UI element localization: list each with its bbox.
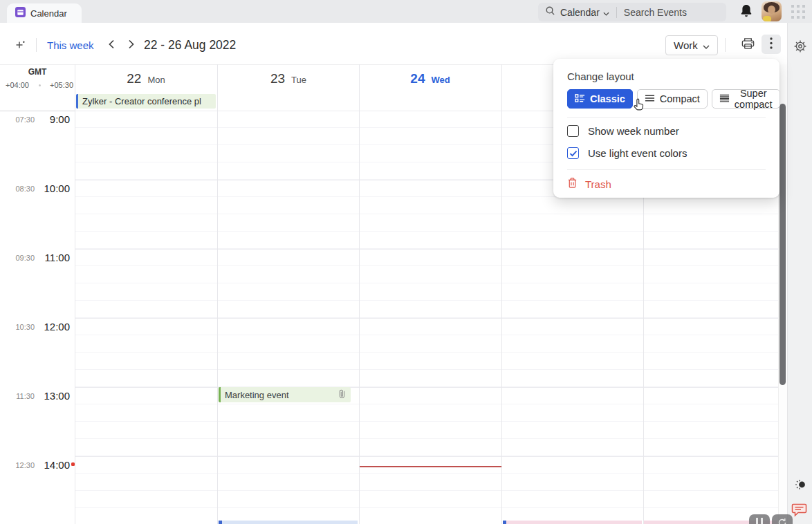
- grid-column-line: [501, 64, 502, 524]
- menu-divider: [567, 169, 766, 170]
- this-week-button[interactable]: This week: [47, 39, 94, 51]
- chevron-down-icon: [603, 6, 609, 19]
- search-icon: [545, 6, 555, 19]
- toolbar-divider: [36, 38, 37, 52]
- gmt-label: GMT: [0, 67, 75, 77]
- mouse-cursor-icon: [631, 97, 646, 115]
- checkbox-unchecked[interactable]: [567, 125, 579, 137]
- current-time-line: [360, 466, 501, 467]
- day-number: 22: [127, 71, 141, 86]
- browser-tab[interactable]: Calendar: [7, 3, 82, 23]
- day-name: Tue: [291, 75, 306, 85]
- replay-overlay-button[interactable]: [772, 514, 793, 524]
- paperclip-icon: [338, 389, 346, 401]
- option-label: Super compact: [735, 88, 773, 110]
- quick-add-icon[interactable]: [14, 39, 26, 55]
- day-name: Wed: [431, 75, 450, 85]
- day-header-wed-today[interactable]: 24 Wed: [359, 71, 501, 86]
- gear-icon: [793, 44, 807, 55]
- event-title: Marketing event: [225, 390, 289, 400]
- time-label-primary: 11:00: [0, 252, 70, 263]
- layout-options: Classic Compact Super compact: [567, 89, 780, 109]
- checkbox-label: Use light event colors: [588, 147, 687, 159]
- calendar-app-icon: [15, 7, 26, 20]
- trash-label: Trash: [585, 178, 611, 190]
- notifications-button[interactable]: [739, 3, 755, 20]
- time-label-primary: 14:00: [0, 459, 70, 471]
- time-label-primary: 12:00: [0, 321, 70, 333]
- time-label-primary: 9:00: [0, 113, 70, 125]
- layout-option-classic[interactable]: Classic: [567, 89, 633, 109]
- timezone-primary: +05:30: [50, 81, 73, 89]
- grid-column-line: [217, 64, 218, 524]
- chevron-down-icon: [703, 39, 710, 51]
- compact-layout-icon: [645, 93, 655, 104]
- checkbox-label: Show week number: [588, 125, 679, 137]
- more-options-button[interactable]: [762, 35, 781, 54]
- trash-icon: [567, 177, 578, 191]
- grid-column-line: [75, 64, 75, 524]
- menu-divider: [567, 117, 766, 118]
- search-divider: [616, 7, 617, 18]
- tab-title: Calendar: [30, 8, 67, 19]
- option-label: Classic: [590, 93, 625, 104]
- printer-icon: [741, 37, 755, 53]
- current-time-dot: [71, 462, 75, 466]
- super-compact-layout-icon: [719, 93, 730, 104]
- change-layout-menu: Change layout Classic Compact Super comp…: [553, 59, 779, 198]
- day-number: 24: [410, 71, 425, 86]
- search-input[interactable]: Search Events: [624, 7, 687, 18]
- partial-event-chip[interactable]: [503, 521, 642, 524]
- pause-overlay-button[interactable]: [749, 514, 770, 524]
- timezone-secondary: +04:00: [6, 81, 29, 89]
- calendar-group-dropdown[interactable]: Work: [665, 35, 718, 55]
- trash-menu-item[interactable]: Trash: [567, 177, 611, 191]
- pause-icon: [756, 518, 758, 524]
- partial-event-chip[interactable]: [219, 521, 358, 524]
- day-header-tue[interactable]: 23 Tue: [217, 71, 360, 86]
- scrollbar-thumb[interactable]: [779, 104, 786, 385]
- kebab-icon: [770, 37, 773, 52]
- search-scope-dropdown[interactable]: Calendar: [560, 7, 600, 18]
- time-label-primary: 10:00: [0, 183, 70, 194]
- timezone-separator-dot: [39, 84, 41, 86]
- option-label: Compact: [660, 93, 700, 104]
- user-avatar[interactable]: [762, 1, 782, 21]
- feedback-chat-button[interactable]: [791, 503, 807, 518]
- date-range-title: 22 - 26 Aug 2022: [144, 38, 236, 53]
- calendar-group-label: Work: [674, 39, 698, 51]
- day-number: 23: [270, 71, 285, 86]
- marketing-event-chip[interactable]: Marketing event: [219, 387, 351, 402]
- layout-option-compact[interactable]: Compact: [637, 89, 708, 109]
- menu-title: Change layout: [567, 71, 634, 82]
- time-label-primary: 13:00: [0, 390, 70, 402]
- classic-layout-icon: [575, 93, 585, 105]
- show-week-number-option[interactable]: Show week number: [567, 125, 679, 137]
- grid-column-line: [359, 64, 360, 524]
- light-event-colors-option[interactable]: Use light event colors: [567, 147, 687, 159]
- day-name: Mon: [147, 75, 165, 85]
- checkbox-checked[interactable]: [567, 147, 579, 159]
- prev-week-button[interactable]: [107, 39, 119, 51]
- day-header-mon[interactable]: 22 Mon: [75, 71, 217, 86]
- apps-grid-button[interactable]: [791, 5, 805, 19]
- layout-option-super-compact[interactable]: Super compact: [712, 89, 780, 109]
- toolbar-divider: [725, 38, 726, 52]
- zoho-calendar-app: Calendar Calendar Search Events This wee…: [0, 0, 812, 524]
- search-bar[interactable]: Calendar Search Events: [538, 3, 726, 21]
- replay-icon: [777, 518, 787, 524]
- settings-button[interactable]: [793, 39, 807, 53]
- chat-bubble-icon: [791, 508, 807, 520]
- timezone-row: +04:00 +05:30: [6, 81, 73, 89]
- print-button[interactable]: [739, 36, 757, 54]
- next-week-button[interactable]: [125, 39, 138, 51]
- right-utility-strip: [787, 23, 812, 524]
- all-day-event-chip[interactable]: Zylker - Creator conference pl: [76, 94, 216, 109]
- night-mode-icon: [792, 481, 808, 493]
- theme-toggle-button[interactable]: [792, 478, 808, 491]
